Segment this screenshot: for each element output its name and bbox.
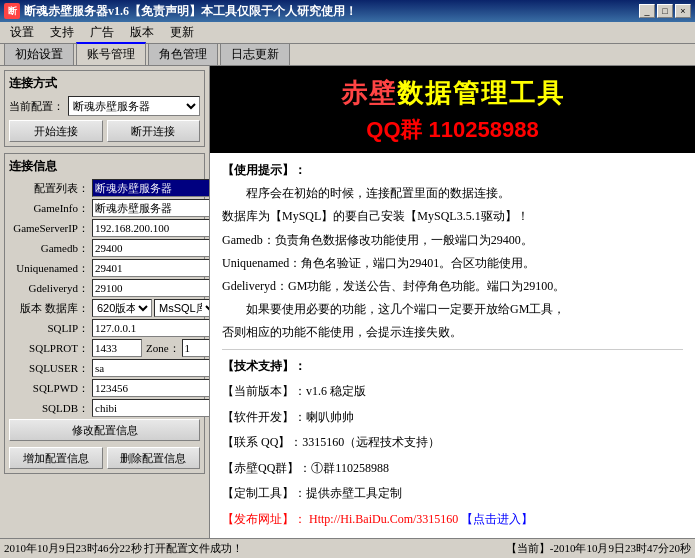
db-select[interactable]: MsSQL库 MySQL库 (154, 299, 210, 317)
usage-line-12: 否则相应的功能不能使用，会提示连接失败。 (222, 323, 683, 342)
gameinfo-label: GameInfo： (9, 201, 89, 216)
config-list-input[interactable] (92, 179, 210, 197)
sqluser-label: SQLUSER： (9, 361, 89, 376)
menu-item-ads[interactable]: 广告 (82, 22, 122, 43)
menu-item-update[interactable]: 更新 (162, 22, 202, 43)
sqlprot-input[interactable] (92, 339, 142, 357)
left-panel: 连接方式 当前配置： 断魂赤壁服务器 开始连接 断开连接 连接信息 配置列表： … (0, 66, 210, 538)
title-bar-left: 断 断魂赤壁服务器v1.6【免责声明】本工具仅限于个人研究使用！ (4, 3, 357, 20)
sqlip-input[interactable] (92, 319, 210, 337)
sqluser-row: SQLUSER： (9, 359, 200, 377)
website-link[interactable]: 【点击进入】 (461, 512, 533, 526)
banner-qq: QQ群 110258988 (226, 115, 679, 145)
status-left: 2010年10月9日23时46分22秒 打开配置文件成功！ (4, 541, 506, 556)
title-bar: 断 断魂赤壁服务器v1.6【免责声明】本工具仅限于个人研究使用！ _ □ × (0, 0, 695, 22)
usage-line-5: Gamedb：负责角色数据修改功能使用，一般端口为29400。 (222, 231, 683, 250)
banner: 赤壁数据管理工具 QQ群 110258988 (210, 66, 695, 153)
connect-buttons: 开始连接 断开连接 (9, 120, 200, 142)
gameinfo-row: GameInfo： (9, 199, 200, 217)
app-icon: 断 (4, 3, 20, 19)
disconnect-button[interactable]: 断开连接 (107, 120, 201, 142)
gameserverip-row: GameServerIP： (9, 219, 200, 237)
support-title: 【技术支持】： (222, 356, 683, 378)
add-config-button[interactable]: 增加配置信息 (9, 447, 103, 469)
start-connect-button[interactable]: 开始连接 (9, 120, 103, 142)
delete-config-button[interactable]: 删除配置信息 (107, 447, 201, 469)
tab-log-update[interactable]: 日志更新 (220, 43, 290, 65)
tab-account-management[interactable]: 账号管理 (76, 42, 146, 65)
usage-title: 【使用提示】： (222, 161, 683, 180)
gamedb-input[interactable] (92, 239, 210, 257)
gameserverip-label: GameServerIP： (9, 221, 89, 236)
sqldb-row: SQLDB： (9, 399, 200, 417)
right-panel: 赤壁数据管理工具 QQ群 110258988 【使用提示】： 程序会在初始的时候… (210, 66, 695, 538)
current-config-label: 当前配置： (9, 99, 64, 114)
support-qq: 【联系 QQ】：3315160（远程技术支持） (222, 432, 683, 454)
main-content: 连接方式 当前配置： 断魂赤壁服务器 开始连接 断开连接 连接信息 配置列表： … (0, 66, 695, 538)
usage-line-11: 如果要使用必要的功能，这几个端口一定要开放给GM工具， (222, 300, 683, 319)
gameinfo-input[interactable] (92, 199, 210, 217)
close-button[interactable]: × (675, 4, 691, 18)
gdeliveryd-row: Gdeliveryd： (9, 279, 200, 297)
support-dev: 【软件开发】：喇叭帅帅 (222, 407, 683, 429)
gdeliveryd-label: Gdeliveryd： (9, 281, 89, 296)
connection-info-title: 连接信息 (9, 158, 200, 175)
support-custom: 【定制工具】：提供赤壁工具定制 (222, 483, 683, 505)
connect-section: 连接方式 当前配置： 断魂赤壁服务器 开始连接 断开连接 (4, 70, 205, 147)
sqldb-input[interactable] (92, 399, 210, 417)
usage-line-1: 程序会在初始的时候，连接配置里面的数据连接。 (222, 184, 683, 203)
version-row: 版本 数据库： 620版本 530版本 MsSQL库 MySQL库 (9, 299, 200, 317)
tab-bar: 初始设置 账号管理 角色管理 日志更新 (0, 44, 695, 66)
window-title: 断魂赤壁服务器v1.6【免责声明】本工具仅限于个人研究使用！ (24, 3, 357, 20)
status-bar: 2010年10月9日23时46分22秒 打开配置文件成功！ 【当前】-2010年… (0, 538, 695, 558)
version-select[interactable]: 620版本 530版本 (92, 299, 152, 317)
current-config-select[interactable]: 断魂赤壁服务器 (68, 96, 200, 116)
menu-item-settings[interactable]: 设置 (2, 22, 42, 43)
modify-config-button[interactable]: 修改配置信息 (9, 419, 200, 441)
connect-section-title: 连接方式 (9, 75, 200, 92)
support-qqgroup: 【赤壁QQ群】：①群110258988 (222, 458, 683, 480)
sqlprot-row: SQLPROT： Zone： (9, 339, 200, 357)
sqluser-input[interactable] (92, 359, 210, 377)
gameserverip-input[interactable] (92, 219, 210, 237)
divider (222, 349, 683, 350)
maximize-button[interactable]: □ (657, 4, 673, 18)
usage-line-9: Gdeliveryd：GM功能，发送公告、封停角色功能。端口为29100。 (222, 277, 683, 296)
gamedb-label: Gamedb： (9, 241, 89, 256)
config-list-label: 配置列表： (9, 181, 89, 196)
uniquenamed-label: Uniquenamed： (9, 261, 89, 276)
status-right: 【当前】-2010年10月9日23时47分20秒 (506, 541, 691, 556)
connection-info-section: 连接信息 配置列表： GameInfo： GameServerIP： Gamed… (4, 153, 205, 474)
sqlpwd-row: SQLPWD： (9, 379, 200, 397)
content-area: 【使用提示】： 程序会在初始的时候，连接配置里面的数据连接。 数据库为【MySQ… (210, 153, 695, 538)
tab-initial-settings[interactable]: 初始设置 (4, 43, 74, 65)
banner-title: 赤壁数据管理工具 (226, 76, 679, 111)
tab-role-management[interactable]: 角色管理 (148, 43, 218, 65)
current-config-row: 当前配置： 断魂赤壁服务器 (9, 96, 200, 116)
uniquenamed-input[interactable] (92, 259, 210, 277)
gamedb-row: Gamedb： (9, 239, 200, 257)
menu-item-version[interactable]: 版本 (122, 22, 162, 43)
config-list-row: 配置列表： (9, 179, 200, 197)
bottom-buttons: 增加配置信息 删除配置信息 (9, 447, 200, 469)
sqlprot-label: SQLPROT： (9, 341, 89, 356)
title-buttons: _ □ × (639, 4, 691, 18)
zone-input[interactable] (182, 339, 210, 357)
version-label: 版本 数据库： (9, 301, 89, 316)
minimize-button[interactable]: _ (639, 4, 655, 18)
gdeliveryd-input[interactable] (92, 279, 210, 297)
zone-label: Zone： (146, 341, 180, 356)
sqldb-label: SQLDB： (9, 401, 89, 416)
usage-line-3: 数据库为【MySQL】的要自己安装【MySQL3.5.1驱动】！ (222, 207, 683, 226)
usage-line-7: Uniquenamed：角色名验证，端口为29401。合区功能使用。 (222, 254, 683, 273)
support-website: 【发布网址】： Http://Hi.BaiDu.Com/3315160 【点击进… (222, 509, 683, 531)
support-version: 【当前版本】：v1.6 稳定版 (222, 381, 683, 403)
support-box: 【技术支持】： 【当前版本】：v1.6 稳定版 【软件开发】：喇叭帅帅 【联系 … (222, 356, 683, 531)
sqlpwd-input[interactable] (92, 379, 210, 397)
menu-bar: 设置 支持 广告 版本 更新 (0, 22, 695, 44)
sqlip-row: SQLIP： (9, 319, 200, 337)
menu-item-support[interactable]: 支持 (42, 22, 82, 43)
sqlpwd-label: SQLPWD： (9, 381, 89, 396)
sqlip-label: SQLIP： (9, 321, 89, 336)
uniquenamed-row: Uniquenamed： (9, 259, 200, 277)
